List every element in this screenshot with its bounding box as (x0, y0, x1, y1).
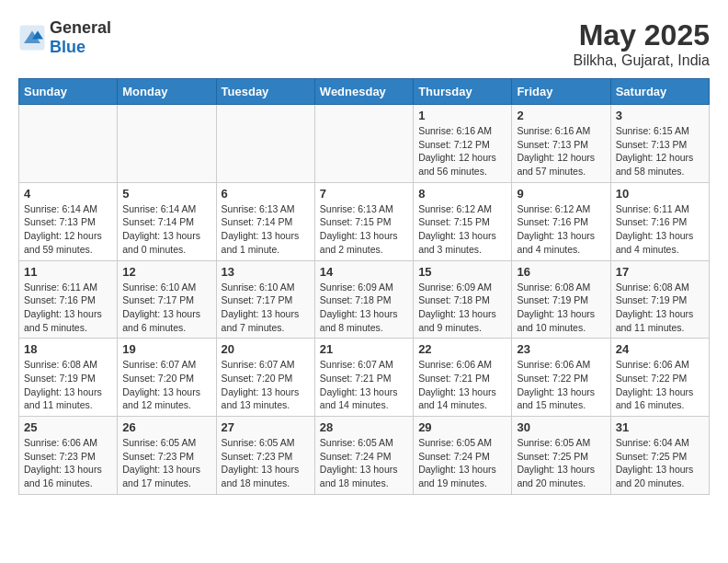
table-row: 3Sunrise: 6:15 AM Sunset: 7:13 PM Daylig… (610, 105, 709, 183)
table-row: 12Sunrise: 6:10 AM Sunset: 7:17 PM Dayli… (118, 260, 216, 339)
table-row (314, 105, 413, 183)
day-info: Sunrise: 6:05 AM Sunset: 7:23 PM Dayligh… (222, 436, 310, 490)
day-info: Sunrise: 6:16 AM Sunset: 7:12 PM Dayligh… (418, 124, 506, 178)
table-row: 5Sunrise: 6:14 AM Sunset: 7:14 PM Daylig… (118, 182, 216, 260)
day-number: 13 (222, 265, 310, 279)
week-row-1: 1Sunrise: 6:16 AM Sunset: 7:12 PM Daylig… (19, 105, 710, 183)
table-row: 23Sunrise: 6:06 AM Sunset: 7:22 PM Dayli… (512, 339, 610, 417)
weekday-header-monday: Monday (118, 79, 216, 105)
day-number: 30 (517, 420, 605, 434)
table-row: 15Sunrise: 6:09 AM Sunset: 7:18 PM Dayli… (414, 260, 512, 339)
table-row: 17Sunrise: 6:08 AM Sunset: 7:19 PM Dayli… (610, 260, 709, 339)
table-row: 22Sunrise: 6:06 AM Sunset: 7:21 PM Dayli… (414, 339, 512, 417)
table-row: 26Sunrise: 6:05 AM Sunset: 7:23 PM Dayli… (118, 417, 216, 495)
day-info: Sunrise: 6:05 AM Sunset: 7:23 PM Dayligh… (122, 436, 210, 490)
table-row: 9Sunrise: 6:12 AM Sunset: 7:16 PM Daylig… (512, 182, 610, 260)
weekday-header-row: SundayMondayTuesdayWednesdayThursdayFrid… (19, 79, 710, 105)
table-row: 4Sunrise: 6:14 AM Sunset: 7:13 PM Daylig… (19, 182, 118, 260)
day-info: Sunrise: 6:09 AM Sunset: 7:18 PM Dayligh… (320, 281, 408, 335)
day-number: 4 (24, 187, 112, 201)
table-row: 27Sunrise: 6:05 AM Sunset: 7:23 PM Dayli… (216, 417, 314, 495)
day-number: 9 (517, 187, 605, 201)
day-info: Sunrise: 6:08 AM Sunset: 7:19 PM Dayligh… (517, 281, 605, 335)
day-info: Sunrise: 6:07 AM Sunset: 7:21 PM Dayligh… (320, 358, 408, 412)
page-header: General Blue May 2025 Bilkha, Gujarat, I… (18, 18, 710, 69)
day-info: Sunrise: 6:13 AM Sunset: 7:14 PM Dayligh… (222, 202, 310, 257)
day-number: 18 (24, 342, 112, 356)
table-row: 31Sunrise: 6:04 AM Sunset: 7:25 PM Dayli… (610, 417, 709, 495)
day-number: 26 (122, 420, 210, 434)
calendar-table: SundayMondayTuesdayWednesdayThursdayFrid… (18, 78, 710, 495)
table-row: 21Sunrise: 6:07 AM Sunset: 7:21 PM Dayli… (314, 339, 413, 417)
table-row: 20Sunrise: 6:07 AM Sunset: 7:20 PM Dayli… (216, 339, 314, 417)
page-title: May 2025 (573, 18, 710, 52)
logo-blue-text: Blue (50, 38, 85, 56)
table-row: 11Sunrise: 6:11 AM Sunset: 7:16 PM Dayli… (19, 260, 118, 339)
table-row: 19Sunrise: 6:07 AM Sunset: 7:20 PM Dayli… (118, 339, 216, 417)
table-row (19, 105, 118, 183)
day-number: 6 (222, 187, 310, 201)
day-info: Sunrise: 6:05 AM Sunset: 7:25 PM Dayligh… (517, 436, 605, 490)
logo-icon (18, 24, 46, 52)
day-info: Sunrise: 6:15 AM Sunset: 7:13 PM Dayligh… (616, 124, 704, 178)
table-row (118, 105, 216, 183)
day-info: Sunrise: 6:05 AM Sunset: 7:24 PM Dayligh… (320, 436, 408, 490)
weekday-header-saturday: Saturday (610, 79, 709, 105)
table-row: 7Sunrise: 6:13 AM Sunset: 7:15 PM Daylig… (314, 182, 413, 260)
day-info: Sunrise: 6:04 AM Sunset: 7:25 PM Dayligh… (616, 436, 704, 490)
table-row: 1Sunrise: 6:16 AM Sunset: 7:12 PM Daylig… (414, 105, 512, 183)
day-info: Sunrise: 6:12 AM Sunset: 7:16 PM Dayligh… (517, 202, 605, 257)
table-row: 18Sunrise: 6:08 AM Sunset: 7:19 PM Dayli… (19, 339, 118, 417)
logo-general-text: General (50, 18, 111, 37)
day-info: Sunrise: 6:06 AM Sunset: 7:22 PM Dayligh… (517, 358, 605, 412)
day-info: Sunrise: 6:12 AM Sunset: 7:15 PM Dayligh… (418, 202, 506, 257)
day-info: Sunrise: 6:14 AM Sunset: 7:14 PM Dayligh… (122, 202, 210, 257)
day-number: 28 (320, 420, 408, 434)
day-info: Sunrise: 6:08 AM Sunset: 7:19 PM Dayligh… (616, 281, 704, 335)
day-number: 19 (122, 342, 210, 356)
day-number: 10 (616, 187, 704, 201)
day-number: 29 (418, 420, 506, 434)
weekday-header-friday: Friday (512, 79, 610, 105)
day-info: Sunrise: 6:13 AM Sunset: 7:15 PM Dayligh… (320, 202, 408, 257)
day-number: 17 (616, 265, 704, 279)
day-info: Sunrise: 6:07 AM Sunset: 7:20 PM Dayligh… (222, 358, 310, 412)
weekday-header-sunday: Sunday (19, 79, 118, 105)
day-info: Sunrise: 6:11 AM Sunset: 7:16 PM Dayligh… (24, 281, 112, 335)
day-number: 8 (418, 187, 506, 201)
table-row: 16Sunrise: 6:08 AM Sunset: 7:19 PM Dayli… (512, 260, 610, 339)
page-subtitle: Bilkha, Gujarat, India (573, 52, 710, 69)
day-info: Sunrise: 6:08 AM Sunset: 7:19 PM Dayligh… (24, 358, 112, 412)
table-row: 13Sunrise: 6:10 AM Sunset: 7:17 PM Dayli… (216, 260, 314, 339)
day-number: 1 (418, 109, 506, 122)
day-info: Sunrise: 6:10 AM Sunset: 7:17 PM Dayligh… (222, 281, 310, 335)
day-number: 3 (616, 109, 704, 122)
day-info: Sunrise: 6:05 AM Sunset: 7:24 PM Dayligh… (418, 436, 506, 490)
table-row: 28Sunrise: 6:05 AM Sunset: 7:24 PM Dayli… (314, 417, 413, 495)
table-row: 2Sunrise: 6:16 AM Sunset: 7:13 PM Daylig… (512, 105, 610, 183)
day-number: 31 (616, 420, 704, 434)
day-number: 12 (122, 265, 210, 279)
day-number: 5 (122, 187, 210, 201)
day-info: Sunrise: 6:09 AM Sunset: 7:18 PM Dayligh… (418, 281, 506, 335)
day-number: 11 (24, 265, 112, 279)
week-row-4: 18Sunrise: 6:08 AM Sunset: 7:19 PM Dayli… (19, 339, 710, 417)
table-row: 8Sunrise: 6:12 AM Sunset: 7:15 PM Daylig… (414, 182, 512, 260)
table-row (216, 105, 314, 183)
day-number: 2 (517, 109, 605, 122)
day-info: Sunrise: 6:07 AM Sunset: 7:20 PM Dayligh… (122, 358, 210, 412)
day-number: 15 (418, 265, 506, 279)
day-info: Sunrise: 6:06 AM Sunset: 7:23 PM Dayligh… (24, 436, 112, 490)
week-row-3: 11Sunrise: 6:11 AM Sunset: 7:16 PM Dayli… (19, 260, 710, 339)
logo: General Blue (18, 18, 111, 57)
table-row: 24Sunrise: 6:06 AM Sunset: 7:22 PM Dayli… (610, 339, 709, 417)
day-number: 7 (320, 187, 408, 201)
weekday-header-wednesday: Wednesday (314, 79, 413, 105)
table-row: 6Sunrise: 6:13 AM Sunset: 7:14 PM Daylig… (216, 182, 314, 260)
day-number: 27 (222, 420, 310, 434)
day-info: Sunrise: 6:16 AM Sunset: 7:13 PM Dayligh… (517, 124, 605, 178)
week-row-5: 25Sunrise: 6:06 AM Sunset: 7:23 PM Dayli… (19, 417, 710, 495)
table-row: 10Sunrise: 6:11 AM Sunset: 7:16 PM Dayli… (610, 182, 709, 260)
day-number: 14 (320, 265, 408, 279)
day-number: 25 (24, 420, 112, 434)
